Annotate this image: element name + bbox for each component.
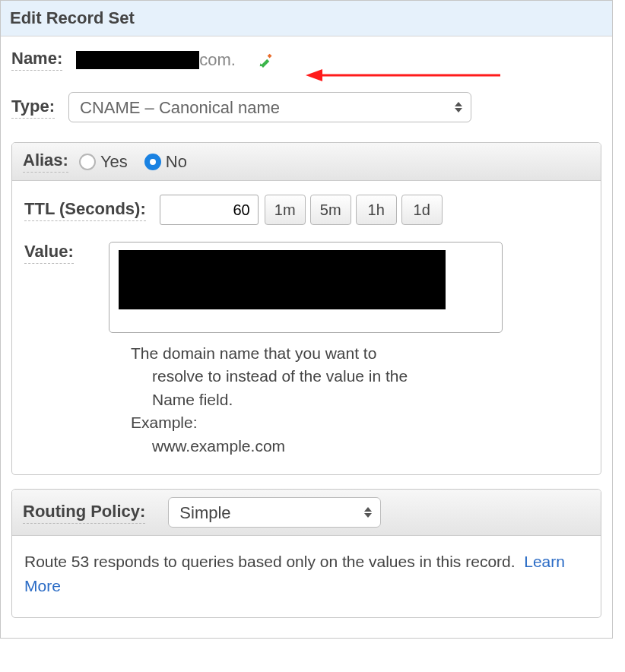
routing-policy-help: Route 53 responds to queries based only … [12, 536, 601, 617]
name-zone-suffix: com. [199, 50, 236, 70]
routing-policy-select[interactable]: Simple [168, 497, 381, 528]
alias-radio-no[interactable]: No [144, 152, 187, 172]
value-help-line-1: The domain name that you want to [131, 344, 376, 362]
ttl-preset-1m[interactable]: 1m [265, 195, 306, 225]
name-value-redacted[interactable] [76, 51, 199, 69]
ttl-label: TTL (Seconds): [24, 199, 146, 221]
value-textarea[interactable] [109, 242, 503, 333]
value-example-value: www.example.com [131, 435, 589, 458]
svg-rect-2 [268, 53, 272, 58]
alias-section: Alias: Yes No TTL (Seconds): 1m [11, 142, 601, 475]
alias-label: Alias: [23, 151, 68, 173]
edit-record-set-panel: Edit Record Set Name: com. Type: [0, 0, 613, 639]
value-help-line-3: Name field. [131, 388, 589, 411]
ttl-preset-1d[interactable]: 1d [401, 195, 443, 225]
alias-header: Alias: Yes No [12, 143, 601, 181]
routing-policy-label: Routing Policy: [23, 502, 145, 524]
alias-yes-label: Yes [100, 152, 128, 172]
alias-radio-yes[interactable]: Yes [79, 152, 128, 172]
ttl-preset-5m[interactable]: 5m [310, 195, 351, 225]
alias-body: TTL (Seconds): 1m 5m 1h 1d Value: The do… [12, 181, 601, 474]
panel-title: Edit Record Set [1, 0, 612, 36]
routing-policy-help-text: Route 53 responds to queries based only … [24, 553, 516, 570]
edit-name-icon[interactable] [259, 52, 274, 68]
value-redacted [119, 250, 446, 309]
routing-policy-header: Routing Policy: Simple [12, 490, 601, 536]
name-label: Name: [11, 49, 62, 71]
type-row: Type: CNAME – Canonical name [11, 92, 601, 122]
value-help-line-2: resolve to instead of the value in the [131, 365, 589, 388]
form-body: Name: com. Type: CNAME – Canonic [1, 36, 612, 638]
svg-marker-4 [306, 69, 322, 81]
alias-no-label: No [166, 152, 187, 172]
type-select[interactable]: CNAME – Canonical name [68, 92, 471, 122]
svg-rect-0 [261, 59, 269, 67]
value-row: Value: [24, 242, 589, 333]
value-label: Value: [24, 242, 74, 264]
value-help-text: The domain name that you want to resolve… [131, 342, 589, 458]
alias-radio-group: Yes No [79, 152, 198, 172]
type-label: Type: [11, 97, 55, 119]
ttl-preset-1h[interactable]: 1h [356, 195, 397, 225]
ttl-input[interactable] [160, 195, 259, 225]
value-example-label: Example: [131, 414, 198, 431]
ttl-row: TTL (Seconds): 1m 5m 1h 1d [24, 195, 589, 225]
routing-policy-section: Routing Policy: Simple Route 53 responds… [11, 489, 601, 618]
